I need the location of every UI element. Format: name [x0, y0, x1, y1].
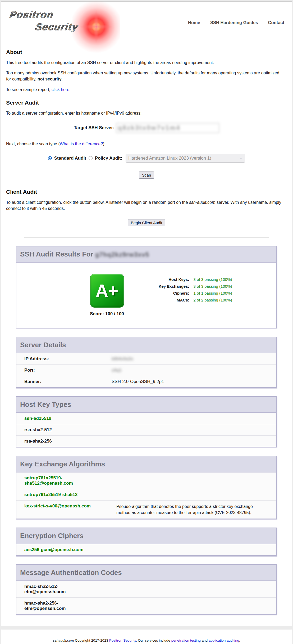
server-audit-section: Server Audit To audit a server configura…	[1, 100, 292, 179]
policy-audit-label: Policy Audit:	[95, 156, 122, 161]
host-key-name: rsa-sha2-512	[24, 427, 100, 433]
port-label: Port:	[24, 368, 112, 373]
client-audit-paragraph: To audit a client configuration, click t…	[6, 199, 284, 211]
stat-row-host-keys: Host Keys: 3 of 3 passing (100%)	[147, 277, 232, 282]
kex-algorithm-name: sntrup761x25519-sha512@openssh.com	[24, 475, 94, 486]
policy-select[interactable]: Hardened Amazon Linux 2023 (version 1) ⌄	[126, 154, 245, 163]
key-exchange-header: Key Exchange Algorithms	[16, 456, 276, 472]
redacted-hostname: g7hq2kz9rw3xv5	[95, 251, 149, 258]
server-details-panel: Server Details IP Address: b8t4v0a3x Por…	[16, 337, 277, 388]
policy-select-value: Hardened Amazon Linux 2023 (version 1)	[128, 156, 211, 161]
table-row: sntrup761x25519-sha512@openssh.com	[16, 472, 276, 489]
about-section: About This free tool audits the configur…	[1, 49, 292, 93]
about-p2-bold: not security	[38, 77, 62, 81]
table-row: aes256-gcm@openssh.com	[16, 544, 276, 555]
stat-value: 1 of 1 passing (100%)	[194, 291, 232, 295]
about-heading: About	[6, 49, 287, 55]
host-key-types-panel: Host Key Types ssh-ed25519 rsa-sha2-512 …	[16, 396, 277, 447]
kex-algorithm-name: kex-strict-s-v00@openssh.com	[24, 503, 112, 516]
about-paragraph-2: Too many admins overlook SSH configurati…	[6, 70, 284, 82]
table-row: hmac-sha2-512-etm@openssh.com	[16, 581, 276, 598]
scan-type-difference-link[interactable]: What is the difference?	[60, 142, 103, 146]
results-panel-header: SSH Audit Results For g7hq2kz9rw3xv5	[16, 246, 276, 263]
message-authentication-codes-panel: Message Authentication Codes hmac-sha2-5…	[16, 564, 277, 615]
redacted-ip-address: b8t4v0a3x	[112, 356, 133, 362]
application-auditing-link[interactable]: application auditing	[209, 638, 239, 642]
stat-row-key-exchanges: Key Exchanges: 3 of 3 passing (100%)	[147, 284, 232, 289]
banner-value: SSH-2.0-OpenSSH_9.2p1	[112, 379, 164, 384]
table-row: Port: z4q1	[16, 365, 276, 376]
client-audit-heading: Client Audit	[6, 189, 287, 195]
nav-ssh-hardening-guides-link[interactable]: SSH Hardening Guides	[210, 20, 258, 25]
standard-audit-label: Standard Audit	[54, 156, 86, 161]
target-server-input-redacted[interactable]: q8zk3tx0w7v1m4	[116, 123, 219, 133]
grade-letter: A+	[95, 281, 118, 301]
standard-audit-radio[interactable]	[48, 156, 52, 160]
target-server-label: Target SSH Server:	[74, 125, 115, 130]
mac-name: hmac-sha2-256-etm@openssh.com	[24, 601, 94, 611]
logo-text-line2: Security	[34, 22, 79, 32]
policy-audit-radio[interactable]	[89, 156, 93, 160]
table-row: kex-strict-s-v00@openssh.com Pseudo-algo…	[16, 501, 276, 519]
cipher-name: aes256-gcm@openssh.com	[24, 547, 100, 552]
scan-button[interactable]: Scan	[139, 172, 154, 179]
ip-address-label: IP Address:	[24, 356, 112, 362]
ssh-audit-domain: ssh-audit.com	[189, 200, 216, 205]
target-server-row: Target SSH Server: q8zk3tx0w7v1m4	[6, 123, 287, 133]
table-row: rsa-sha2-512	[16, 424, 276, 436]
grade-badge: A+	[90, 274, 124, 308]
nav-home-link[interactable]: Home	[188, 20, 200, 25]
about-paragraph-3: To see a sample report, click here.	[6, 87, 284, 93]
table-row: IP Address: b8t4v0a3x	[16, 353, 276, 365]
table-row: rsa-sha2-256	[16, 436, 276, 447]
client-audit-text: To audit a client configuration, click t…	[6, 200, 189, 205]
footer-domain: sshaudit.com	[53, 638, 74, 642]
footer-text: and	[201, 638, 209, 642]
client-audit-button-row: Begin Client Audit	[6, 219, 287, 226]
stat-value: 2 of 2 passing (100%)	[194, 298, 232, 302]
stat-label: Ciphers:	[147, 291, 189, 295]
encryption-ciphers-panel: Encryption Ciphers aes256-gcm@openssh.co…	[16, 528, 277, 556]
site-header: Positron Security Home SSH Hardening Gui…	[1, 2, 292, 42]
starburst-glow-icon	[72, 0, 120, 55]
about-paragraph-1: This free tool audits the configuration …	[6, 60, 284, 66]
client-audit-section: Client Audit To audit a client configura…	[1, 189, 292, 237]
nav-contact-link[interactable]: Contact	[268, 20, 284, 25]
stat-value: 3 of 3 passing (100%)	[194, 277, 232, 282]
site-footer: sshaudit.com Copyright 2017-2023 Positro…	[1, 629, 292, 644]
host-key-name: ssh-ed25519	[24, 416, 100, 421]
footer-text: Copyright 2017-2023	[74, 638, 109, 642]
mac-name: hmac-sha2-512-etm@openssh.com	[24, 584, 94, 595]
redacted-port: z4q1	[112, 368, 122, 373]
grade-column: A+ Score: 100 / 100	[79, 270, 135, 317]
sample-report-link[interactable]: click here	[52, 87, 70, 92]
macs-header: Message Authentication Codes	[16, 565, 276, 581]
stat-row-ciphers: Ciphers: 1 of 1 passing (100%)	[147, 291, 232, 295]
score-label: Score: 100 / 100	[79, 311, 135, 317]
stat-label: Key Exchanges:	[147, 284, 189, 289]
positron-security-logo: Positron Security	[5, 6, 121, 39]
stat-value: 3 of 3 passing (100%)	[194, 284, 232, 289]
key-exchange-algorithms-panel: Key Exchange Algorithms sntrup761x25519-…	[16, 456, 277, 519]
scan-type-radio-row: Standard Audit Policy Audit: Hardened Am…	[6, 154, 287, 163]
scan-type-text: Next, choose the scan type (	[6, 142, 60, 146]
host-key-types-header: Host Key Types	[16, 397, 276, 413]
table-row: ssh-ed25519	[16, 413, 276, 424]
scan-button-row: Scan	[6, 172, 287, 179]
begin-client-audit-button[interactable]: Begin Client Audit	[128, 219, 165, 226]
host-key-name: rsa-sha2-256	[24, 439, 100, 444]
scan-type-text-after: ):	[103, 142, 106, 146]
stats-column: Host Keys: 3 of 3 passing (100%) Key Exc…	[147, 275, 232, 317]
penetration-testing-link[interactable]: penetration testing	[171, 638, 201, 642]
footer-text: . Our services include	[136, 638, 171, 642]
results-title: SSH Audit Results For	[20, 250, 95, 258]
stat-label: MACs:	[147, 298, 189, 302]
logo-text-line1: Positron	[9, 10, 54, 20]
footer-line-1: sshaudit.com Copyright 2017-2023 Positro…	[4, 638, 289, 642]
chevron-down-icon: ⌄	[240, 156, 242, 160]
positron-security-link[interactable]: Positron Security	[109, 638, 136, 642]
results-body: A+ Score: 100 / 100 Host Keys: 3 of 3 pa…	[16, 263, 276, 328]
server-audit-intro: To audit a server configuration, enter i…	[6, 110, 284, 116]
scan-type-line: Next, choose the scan type (What is the …	[6, 141, 284, 147]
about-p3-text: To see a sample report,	[6, 87, 52, 92]
